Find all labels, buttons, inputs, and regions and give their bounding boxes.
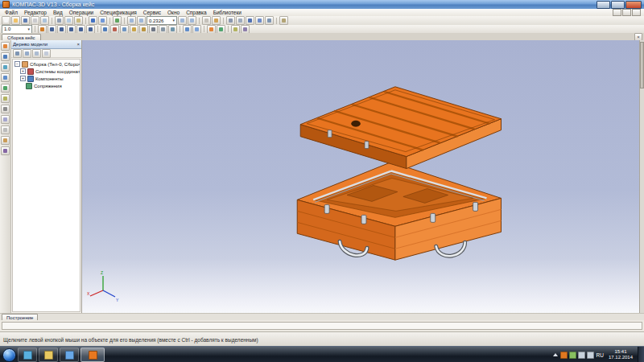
spline-icon[interactable] <box>86 25 95 34</box>
zoom-combo[interactable]: 0.2326▾ <box>147 16 177 25</box>
menu-help[interactable]: Справка <box>183 10 210 15</box>
tree-item-mates[interactable]: Сопряжения <box>13 82 80 89</box>
shaded-edges-icon[interactable] <box>255 16 264 25</box>
hole-icon[interactable] <box>149 25 158 34</box>
expand-icon[interactable]: + <box>20 68 26 74</box>
wireframe-icon[interactable] <box>226 16 235 25</box>
mirror-icon[interactable] <box>192 25 201 34</box>
taskbar-kompas-button[interactable] <box>80 348 105 362</box>
mdi-close-button[interactable] <box>632 9 641 16</box>
menu-edit[interactable]: Редактор <box>21 10 50 15</box>
shaded-icon[interactable] <box>246 16 254 25</box>
add-component-icon[interactable] <box>207 25 216 34</box>
conditional-marks-icon[interactable] <box>1 136 10 145</box>
minimize-button[interactable] <box>597 1 610 9</box>
fillet-icon[interactable] <box>130 25 138 34</box>
surfaces-icon[interactable] <box>1 63 10 72</box>
close-button[interactable] <box>625 1 642 9</box>
maximize-button[interactable] <box>611 1 625 9</box>
libraries-icon[interactable] <box>1 146 10 155</box>
scrollbar-thumb[interactable] <box>640 42 644 88</box>
clock[interactable]: 15:41 17.12.2014 <box>606 349 635 360</box>
rotate-icon[interactable] <box>212 16 221 25</box>
circle-icon[interactable] <box>67 25 76 34</box>
model-case-svg[interactable] <box>82 40 644 313</box>
shell-icon[interactable] <box>168 25 177 34</box>
measurements-icon[interactable] <box>1 94 10 103</box>
taskbar-explorer-button[interactable] <box>39 348 58 362</box>
line-icon[interactable] <box>57 25 66 34</box>
taskbar-media-player-button[interactable] <box>18 348 37 362</box>
expand-icon[interactable]: + <box>20 76 26 81</box>
reports-icon[interactable] <box>1 125 10 134</box>
paste-icon[interactable] <box>74 16 83 25</box>
tree-item-assembly-root[interactable]: −Сборка (Тел-0, Сборочных е <box>13 60 80 68</box>
menu-service[interactable]: Сервис <box>140 10 164 15</box>
rib-icon[interactable] <box>159 25 167 34</box>
viewport-scrollbar[interactable] <box>639 40 644 313</box>
mdi-minimize-button[interactable] <box>613 9 621 16</box>
spatial-curves-icon[interactable] <box>1 52 10 61</box>
save-icon[interactable] <box>21 16 30 25</box>
extrude-icon[interactable] <box>101 25 109 34</box>
print-icon[interactable] <box>31 16 39 25</box>
menu-operations[interactable]: Операции <box>66 10 97 15</box>
scale-combo[interactable]: 1.0▾ <box>2 25 32 34</box>
collapse-icon[interactable]: − <box>14 61 20 67</box>
copy-icon[interactable] <box>64 16 73 25</box>
mate-icon[interactable] <box>217 25 225 34</box>
section-icon[interactable] <box>241 25 250 34</box>
arc-icon[interactable] <box>76 25 85 34</box>
filters-icon[interactable] <box>1 105 10 113</box>
undo-icon[interactable] <box>89 16 97 25</box>
show-desktop-button[interactable] <box>638 347 644 362</box>
point-icon[interactable] <box>47 25 56 34</box>
start-button[interactable] <box>2 348 16 362</box>
pan-icon[interactable] <box>202 16 211 25</box>
menu-libraries[interactable]: Библиотеки <box>210 10 245 15</box>
volume-icon[interactable] <box>587 352 594 359</box>
zoom-in-icon[interactable] <box>127 16 136 25</box>
kompas-tray-icon[interactable] <box>560 352 568 359</box>
rebuild-icon[interactable] <box>113 16 122 25</box>
chamfer-icon[interactable] <box>139 25 148 34</box>
cut-icon[interactable] <box>55 16 64 25</box>
new-icon[interactable] <box>2 16 10 25</box>
menu-file[interactable]: Файл <box>2 10 21 15</box>
preview-icon[interactable] <box>40 16 49 25</box>
tree-close-icon[interactable]: × <box>76 42 80 47</box>
redo-icon[interactable] <box>98 16 107 25</box>
antivirus-icon[interactable] <box>569 352 576 359</box>
menu-specification[interactable]: Спецификация <box>97 10 140 15</box>
viewport-3d[interactable]: Z X Y <box>82 40 644 313</box>
zoom-fit-icon[interactable] <box>188 16 196 25</box>
hidden-icons-arrow-icon[interactable] <box>553 353 558 356</box>
open-icon[interactable] <box>11 16 20 25</box>
arrays-icon[interactable] <box>1 73 10 82</box>
zoom-out-icon[interactable] <box>137 16 146 25</box>
doc-params-icon[interactable] <box>42 49 51 58</box>
taskbar-internet-explorer-button[interactable] <box>60 348 79 362</box>
measure-icon[interactable] <box>231 25 240 34</box>
case-body[interactable] <box>297 162 501 261</box>
case-lid[interactable] <box>300 87 501 169</box>
menu-window[interactable]: Окно <box>164 10 183 15</box>
language-indicator[interactable]: RU <box>597 352 604 358</box>
zoom-area-icon[interactable] <box>178 16 187 25</box>
revolve-icon[interactable] <box>120 25 129 34</box>
tree-item-coordinate-systems[interactable]: +Системы координат <box>13 68 80 75</box>
menu-view[interactable]: Вид <box>50 10 66 15</box>
tree-composition-icon[interactable] <box>23 49 31 58</box>
auxiliary-geometry-icon[interactable] <box>1 84 10 93</box>
sketch-icon[interactable] <box>38 25 47 34</box>
pattern-icon[interactable] <box>183 25 192 34</box>
hidden-lines-icon[interactable] <box>236 16 245 25</box>
orientation-icon[interactable] <box>279 16 288 25</box>
specification-icon[interactable] <box>1 115 10 124</box>
tree-structure-icon[interactable] <box>13 49 22 58</box>
mdi-restore-button[interactable] <box>622 9 631 16</box>
tree-item-components[interactable]: +Компоненты <box>13 75 80 82</box>
perspective-icon[interactable] <box>265 16 274 25</box>
cut-extrude-icon[interactable] <box>110 25 119 34</box>
edit-assembly-icon[interactable] <box>1 42 10 51</box>
